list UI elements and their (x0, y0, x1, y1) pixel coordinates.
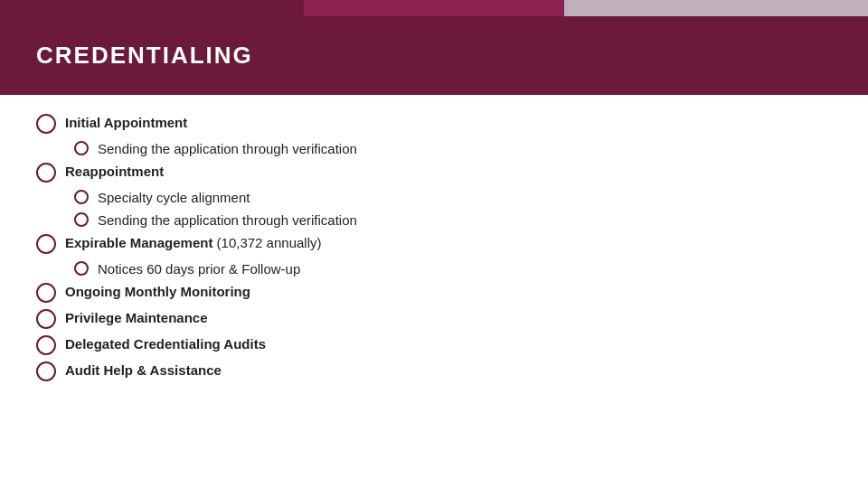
sub-bullet-specialty-cycle (74, 190, 89, 204)
sub-bullet-notices-60-days (74, 261, 89, 276)
item-label-ongoing-monthly: Ongoing Monthly Monitoring (65, 282, 250, 301)
item-label-audit-help: Audit Help & Assistance (65, 361, 222, 380)
list-item-delegated-credentialing: Delegated Credentialing Audits (36, 334, 832, 355)
list-item-privilege-maintenance: Privilege Maintenance (36, 308, 832, 329)
top-bar-segment-3 (564, 0, 868, 16)
sub-label-notices-60-days: Notices 60 days prior & Follow-up (98, 259, 300, 278)
list-item-expirable-management: Expirable Management (10,372 annually) (36, 233, 832, 254)
sub-bullet-sending-verification-2 (74, 212, 89, 227)
item-label-delegated-credentialing: Delegated Credentialing Audits (65, 334, 266, 353)
sub-item-sending-verification-2: Sending the application through verifica… (74, 211, 832, 230)
list-item-initial-appointment: Initial Appointment (36, 113, 832, 134)
sub-item-sending-verification-1: Sending the application through verifica… (74, 139, 832, 158)
bullet-privilege-maintenance (36, 309, 56, 329)
sub-label-specialty-cycle: Specialty cycle alignment (98, 188, 250, 207)
bullet-initial-appointment (36, 114, 56, 134)
sub-list-reappointment: Specialty cycle alignment Sending the ap… (74, 188, 832, 230)
bullet-delegated-credentialing (36, 335, 56, 355)
sub-list-expirable-management: Notices 60 days prior & Follow-up (74, 259, 832, 278)
item-label-expirable-management: Expirable Management (10,372 annually) (65, 233, 321, 252)
list-item-audit-help: Audit Help & Assistance (36, 361, 832, 381)
bullet-ongoing-monthly (36, 283, 56, 303)
item-label-initial-appointment: Initial Appointment (65, 113, 187, 132)
content-area: Initial Appointment Sending the applicat… (0, 95, 868, 405)
sub-list-initial-appointment: Sending the application through verifica… (74, 139, 832, 158)
sub-label-sending-verification-2: Sending the application through verifica… (98, 211, 357, 230)
sub-item-specialty-cycle: Specialty cycle alignment (74, 188, 832, 207)
list-item-reappointment: Reappointment (36, 162, 832, 183)
item-label-privilege-maintenance: Privilege Maintenance (65, 308, 208, 327)
sub-bullet-sending-verification-1 (74, 141, 89, 155)
bullet-expirable-management (36, 234, 56, 254)
top-bar-segment-1 (0, 0, 304, 16)
bullet-reappointment (36, 163, 56, 183)
list-item-ongoing-monthly: Ongoing Monthly Monitoring (36, 282, 832, 303)
item-label-reappointment: Reappointment (65, 162, 164, 181)
top-bar (0, 0, 868, 16)
header: CREDENTIALING (0, 16, 868, 95)
top-bar-segment-2 (304, 0, 564, 16)
sub-item-notices-60-days: Notices 60 days prior & Follow-up (74, 259, 832, 278)
page-title: CREDENTIALING (36, 42, 253, 69)
sub-label-sending-verification-1: Sending the application through verifica… (98, 139, 357, 158)
bullet-audit-help (36, 361, 56, 381)
